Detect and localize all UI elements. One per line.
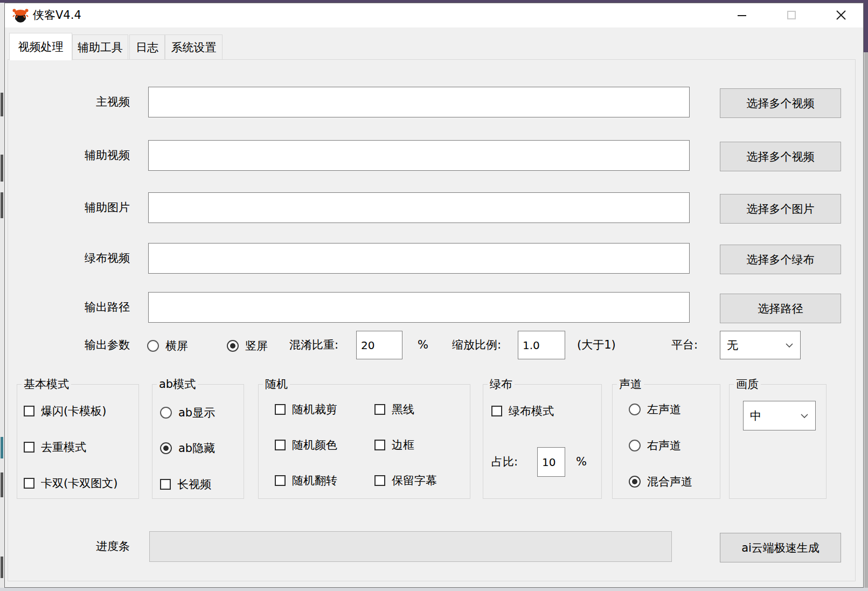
radio-label: ab隐藏: [178, 441, 215, 456]
select-path-button[interactable]: 选择路径: [720, 294, 841, 323]
checkbox-random-flip[interactable]: 随机翻转: [275, 473, 337, 488]
group-random-title: 随机: [263, 377, 290, 392]
progress-bar-label: 进度条: [26, 531, 130, 562]
checkbox-flash-template[interactable]: 爆闪(卡模板): [24, 404, 106, 419]
group-random: 随机 随机裁剪 随机颜色 随机翻转 黑线 边框 保留字幕: [258, 384, 470, 499]
mix-ratio-unit: %: [418, 330, 428, 360]
checkbox-icon: [275, 475, 286, 486]
checkbox-random-crop[interactable]: 随机裁剪: [275, 402, 337, 417]
app-window: 侠客V4.4 视频处理 辅助工具 日志 系统设置 主视频 选择多个视频 辅助视频…: [4, 3, 864, 588]
aux-video-label: 辅助视频: [26, 140, 130, 171]
select-aux-images-button[interactable]: 选择多个图片: [720, 194, 841, 224]
chevron-down-icon: [785, 343, 794, 348]
background-text-fragment: [1, 155, 3, 182]
select-main-videos-button[interactable]: 选择多个视频: [720, 88, 841, 118]
backdrop-right-strip: [864, 52, 868, 588]
scale-input[interactable]: [518, 331, 565, 359]
group-basic-mode: 基本模式 爆闪(卡模板) 去重模式 卡双(卡双图文): [17, 384, 139, 499]
tab-system-settings[interactable]: 系统设置: [165, 34, 223, 60]
tab-log[interactable]: 日志: [129, 34, 165, 60]
checkbox-black-line[interactable]: 黑线: [374, 402, 414, 417]
select-aux-videos-button[interactable]: 选择多个视频: [720, 142, 841, 171]
greenscreen-ratio-unit: %: [576, 447, 587, 477]
close-icon: [835, 9, 847, 21]
output-path-label: 输出路径: [26, 292, 130, 323]
aux-image-input[interactable]: [148, 192, 690, 223]
checkbox-label: 绿布模式: [509, 404, 554, 419]
output-params-label: 输出参数: [26, 330, 130, 360]
output-path-input[interactable]: [148, 292, 690, 323]
background-text-fragment: [1, 437, 3, 458]
checkbox-icon: [374, 440, 385, 450]
minimize-button[interactable]: [727, 3, 757, 27]
greenscreen-video-input[interactable]: [148, 243, 690, 274]
radio-mixed-channel[interactable]: 混合声道: [629, 474, 692, 489]
radio-landscape[interactable]: 横屏: [147, 338, 188, 353]
aux-image-label: 辅助图片: [26, 192, 130, 223]
platform-selected-value: 无: [727, 338, 738, 353]
checkbox-random-color[interactable]: 随机颜色: [275, 437, 337, 453]
radio-icon: [147, 340, 159, 352]
backdrop-bottom-strip: [0, 588, 868, 591]
group-quality: 画质 中: [729, 384, 827, 499]
group-greenscreen-title: 绿布: [488, 377, 515, 392]
greenscreen-ratio-label: 占比:: [491, 447, 518, 477]
radio-ab-hide[interactable]: ab隐藏: [160, 441, 215, 456]
checkbox-border[interactable]: 边框: [374, 437, 414, 453]
checkbox-icon: [374, 404, 385, 415]
platform-select[interactable]: 无: [720, 331, 801, 359]
platform-label: 平台:: [671, 330, 698, 360]
radio-left-channel[interactable]: 左声道: [629, 402, 681, 417]
radio-icon: [160, 407, 172, 419]
select-greenscreen-button[interactable]: 选择多个绿布: [720, 245, 841, 274]
mix-ratio-input[interactable]: [356, 331, 402, 359]
quality-select[interactable]: 中: [743, 401, 816, 430]
maximize-icon: [786, 10, 797, 20]
radio-label: 左声道: [647, 402, 681, 417]
checkbox-icon: [275, 440, 286, 450]
greenscreen-video-label: 绿布视频: [26, 243, 130, 274]
checkbox-label: 爆闪(卡模板): [41, 404, 106, 419]
checkbox-keep-subtitles[interactable]: 保留字幕: [374, 473, 437, 488]
radio-label: 混合声道: [647, 474, 692, 489]
aux-video-input[interactable]: [148, 140, 690, 171]
checkbox-label: 卡双(卡双图文): [41, 476, 117, 491]
background-text-fragment: [1, 557, 3, 578]
checkbox-label: 随机裁剪: [292, 402, 337, 417]
radio-landscape-label: 横屏: [165, 338, 188, 353]
background-text-fragment: [1, 472, 3, 497]
maximize-button[interactable]: [776, 3, 807, 27]
radio-label: 右声道: [647, 438, 681, 453]
radio-right-channel[interactable]: 右声道: [629, 438, 681, 453]
tab-video-processing[interactable]: 视频处理: [9, 33, 72, 60]
radio-portrait[interactable]: 竖屏: [227, 338, 268, 353]
scale-label: 缩放比例:: [452, 330, 501, 360]
main-video-input[interactable]: [148, 87, 690, 117]
group-basic-mode-title: 基本模式: [22, 377, 71, 392]
tab-auxiliary-tools[interactable]: 辅助工具: [72, 34, 128, 60]
background-window-left-edge: [0, 3, 4, 588]
group-greenscreen: 绿布 绿布模式 占比: %: [483, 384, 602, 499]
checkbox-dedup-mode[interactable]: 去重模式: [24, 440, 86, 455]
ai-cloud-generate-button[interactable]: ai云端极速生成: [720, 533, 841, 562]
titlebar: 侠客V4.4: [5, 3, 863, 27]
greenscreen-ratio-input[interactable]: [537, 447, 565, 477]
checkbox-label: 保留字幕: [392, 473, 437, 488]
group-audio-channel: 声道 左声道 右声道 混合声道: [612, 384, 720, 499]
close-button[interactable]: [826, 3, 856, 27]
checkbox-label: 随机翻转: [292, 473, 337, 488]
radio-portrait-label: 竖屏: [245, 338, 268, 353]
checkbox-label: 长视频: [177, 477, 211, 492]
radio-ab-show[interactable]: ab显示: [160, 405, 215, 420]
main-video-label: 主视频: [26, 87, 130, 117]
checkbox-icon: [24, 478, 34, 489]
group-ab-mode: ab模式 ab显示 ab隐藏 长视频: [152, 384, 244, 499]
checkbox-long-video[interactable]: 长视频: [160, 477, 211, 492]
mix-ratio-label: 混淆比重:: [289, 330, 338, 360]
checkbox-greenscreen-mode[interactable]: 绿布模式: [491, 404, 554, 419]
radio-icon: [160, 442, 172, 454]
scale-hint: (大于1): [577, 330, 616, 360]
radio-label: ab显示: [178, 405, 215, 420]
radio-icon: [629, 404, 641, 415]
checkbox-double-card[interactable]: 卡双(卡双图文): [24, 476, 117, 491]
